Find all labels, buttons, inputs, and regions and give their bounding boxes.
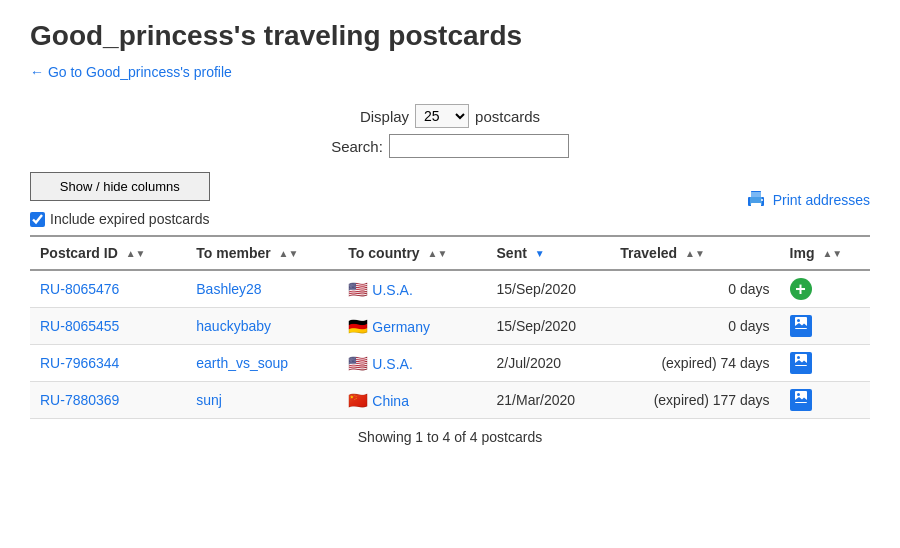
table-row: RU-8065455hauckybaby🇩🇪Germany15/Sep/2020… bbox=[30, 308, 870, 345]
country-link[interactable]: U.S.A. bbox=[372, 282, 412, 298]
img-cell: + bbox=[780, 270, 870, 308]
col-sent: Sent ▼ bbox=[487, 236, 611, 270]
sent-date: 15/Sep/2020 bbox=[487, 270, 611, 308]
postcards-table: Postcard ID ▲▼ To member ▲▼ To country ▲… bbox=[30, 235, 870, 419]
postcard-id-link[interactable]: RU-7966344 bbox=[40, 355, 119, 371]
sent-date: 2/Jul/2020 bbox=[487, 345, 611, 382]
img-cell bbox=[780, 382, 870, 419]
postcard-id-link[interactable]: RU-8065476 bbox=[40, 281, 119, 297]
traveled-days: (expired) 177 days bbox=[610, 382, 779, 419]
sort-to-country[interactable]: ▲▼ bbox=[428, 249, 448, 259]
page-title: Good_princess's traveling postcards bbox=[30, 20, 870, 52]
sort-traveled[interactable]: ▲▼ bbox=[685, 249, 705, 259]
sent-date: 15/Sep/2020 bbox=[487, 308, 611, 345]
flag-icon: 🇩🇪 bbox=[348, 318, 368, 335]
sort-to-member[interactable]: ▲▼ bbox=[279, 249, 299, 259]
search-input[interactable] bbox=[389, 134, 569, 158]
view-image-icon[interactable] bbox=[790, 352, 812, 374]
country-link[interactable]: Germany bbox=[372, 319, 430, 335]
flag-icon: 🇨🇳 bbox=[348, 392, 368, 409]
view-image-icon[interactable] bbox=[790, 315, 812, 337]
print-addresses-link[interactable]: Print addresses bbox=[745, 189, 870, 211]
postcard-id-link[interactable]: RU-7880369 bbox=[40, 392, 119, 408]
table-row: RU-8065476Bashley28🇺🇸U.S.A.15/Sep/20200 … bbox=[30, 270, 870, 308]
flag-icon: 🇺🇸 bbox=[348, 281, 368, 298]
col-to-country: To country ▲▼ bbox=[338, 236, 486, 270]
col-postcard-id: Postcard ID ▲▼ bbox=[30, 236, 186, 270]
member-link[interactable]: hauckybaby bbox=[196, 318, 271, 334]
svg-point-8 bbox=[797, 319, 800, 322]
member-link[interactable]: sunj bbox=[196, 392, 222, 408]
col-img: Img ▲▼ bbox=[780, 236, 870, 270]
sort-sent[interactable]: ▼ bbox=[535, 249, 545, 259]
display-label: Display bbox=[360, 108, 409, 125]
member-link[interactable]: Bashley28 bbox=[196, 281, 261, 297]
include-expired-label: Include expired postcards bbox=[50, 211, 210, 227]
postcards-label: postcards bbox=[475, 108, 540, 125]
display-select[interactable]: 25 10 50 100 bbox=[415, 104, 469, 128]
flag-icon: 🇺🇸 bbox=[348, 355, 368, 372]
member-link[interactable]: earth_vs_soup bbox=[196, 355, 288, 371]
traveled-days: (expired) 74 days bbox=[610, 345, 779, 382]
traveled-days: 0 days bbox=[610, 308, 779, 345]
show-hide-columns-button[interactable]: Show / hide columns bbox=[30, 172, 210, 201]
img-cell bbox=[780, 345, 870, 382]
sort-postcard-id[interactable]: ▲▼ bbox=[126, 249, 146, 259]
table-row: RU-7880369sunj🇨🇳China21/Mar/2020(expired… bbox=[30, 382, 870, 419]
svg-point-6 bbox=[761, 199, 763, 201]
view-image-icon[interactable] bbox=[790, 389, 812, 411]
search-label: Search: bbox=[331, 138, 383, 155]
sent-date: 21/Mar/2020 bbox=[487, 382, 611, 419]
profile-link[interactable]: ← Go to Good_princess's profile bbox=[30, 64, 232, 80]
showing-text: Showing 1 to 4 of 4 postcards bbox=[30, 429, 870, 445]
col-traveled: Traveled ▲▼ bbox=[610, 236, 779, 270]
svg-point-10 bbox=[797, 356, 800, 359]
table-row: RU-7966344earth_vs_soup🇺🇸U.S.A.2/Jul/202… bbox=[30, 345, 870, 382]
traveled-days: 0 days bbox=[610, 270, 779, 308]
country-link[interactable]: U.S.A. bbox=[372, 356, 412, 372]
col-to-member: To member ▲▼ bbox=[186, 236, 338, 270]
img-cell bbox=[780, 308, 870, 345]
printer-icon bbox=[745, 189, 767, 211]
print-label: Print addresses bbox=[773, 192, 870, 208]
sort-img[interactable]: ▲▼ bbox=[822, 249, 842, 259]
svg-rect-5 bbox=[751, 192, 761, 197]
postcard-id-link[interactable]: RU-8065455 bbox=[40, 318, 119, 334]
include-expired-checkbox[interactable] bbox=[30, 212, 45, 227]
add-image-icon[interactable]: + bbox=[790, 278, 812, 300]
country-link[interactable]: China bbox=[372, 393, 409, 409]
svg-point-12 bbox=[797, 393, 800, 396]
svg-rect-4 bbox=[751, 203, 761, 208]
